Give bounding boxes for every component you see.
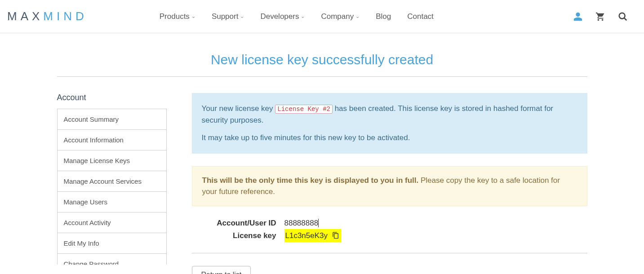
nav-blog-label: Blog [376,12,391,21]
main-nav: Products ⌄ Support ⌄ Developers ⌄ Compan… [160,12,434,21]
info-line-1: Your new license key License Key #2 has … [202,103,577,126]
svg-point-0 [619,13,625,18]
user-icon[interactable] [573,12,583,22]
logo-part-max: MAX [7,9,43,23]
account-id-value: 88888888 [284,217,319,229]
nav-products-label: Products [160,12,190,21]
chevron-down-icon: ⌄ [355,13,360,19]
warning-bold: This will be the only time this key is d… [202,176,419,185]
license-details: Account/User ID 88888888 License key L1c… [192,217,587,253]
license-key-highlight: L1c3n5eK3y [284,229,342,242]
main-column: Your new license key License Key #2 has … [192,93,587,274]
cart-icon[interactable] [595,12,605,22]
sidebar-item-manage-users[interactable]: Manage Users [58,192,166,212]
search-icon[interactable] [618,12,628,22]
return-to-list-button[interactable]: Return to list [192,266,251,274]
sidebar-item-account-information[interactable]: Account Information [58,130,166,150]
chevron-down-icon: ⌄ [240,13,244,19]
logo[interactable]: MAXMIND [7,9,88,23]
info-box: Your new license key License Key #2 has … [192,93,587,154]
nav-support-label: Support [212,12,239,21]
sidebar-item-manage-account-services[interactable]: Manage Account Services [58,171,166,192]
nav-contact-label: Contact [407,12,434,21]
nav-company[interactable]: Company ⌄ [321,12,360,21]
logo-part-mind: MIND [43,9,87,23]
nav-developers[interactable]: Developers ⌄ [260,12,305,21]
page-title: New license key successfully created [57,52,587,77]
account-id-label: Account/User ID [192,217,284,229]
info-line-2: It may take up to five minutes for this … [202,132,577,144]
nav-products[interactable]: Products ⌄ [160,12,195,21]
copy-icon[interactable] [332,232,339,239]
chevron-down-icon: ⌄ [191,13,195,19]
detail-row-license: License key L1c3n5eK3y [192,229,587,242]
nav-blog[interactable]: Blog [376,12,391,21]
detail-row-account: Account/User ID 88888888 [192,217,587,229]
sidebar-item-manage-license-keys[interactable]: Manage License Keys [58,150,166,171]
site-header: MAXMIND Products ⌄ Support ⌄ Developers … [0,0,644,33]
nav-developers-label: Developers [260,12,299,21]
info-text-1a: Your new license key [202,104,275,113]
sidebar-list: Account Summary Account Information Mana… [57,109,167,265]
license-key-name-tag: License Key #2 [275,105,333,114]
license-key-label: License key [192,230,284,242]
chevron-down-icon: ⌄ [301,13,305,19]
sidebar-item-change-password[interactable]: Change Password [58,254,166,265]
content-area: New license key successfully created Acc… [57,52,587,274]
account-id-text: 88888888 [284,219,319,227]
sidebar-item-edit-my-info[interactable]: Edit My Info [58,233,166,254]
sidebar: Account Account Summary Account Informat… [57,93,167,274]
sidebar-item-account-summary[interactable]: Account Summary [58,109,166,130]
warning-box: This will be the only time this key is d… [192,166,587,206]
sidebar-heading: Account [57,93,167,102]
header-icons [573,12,637,22]
svg-line-1 [624,18,627,20]
nav-support[interactable]: Support ⌄ [212,12,244,21]
license-key-value: L1c3n5eK3y [285,230,328,242]
sidebar-item-account-activity[interactable]: Account Activity [58,212,166,233]
nav-contact[interactable]: Contact [407,12,434,21]
license-key-value-container: L1c3n5eK3y [284,229,342,242]
columns: Account Account Summary Account Informat… [57,93,587,274]
nav-company-label: Company [321,12,354,21]
